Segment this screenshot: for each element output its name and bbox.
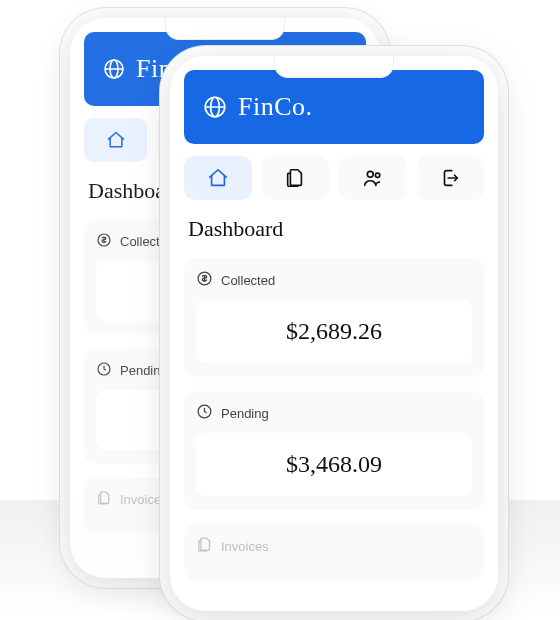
home-icon <box>207 167 229 189</box>
card-collected-value: $2,689.26 <box>196 300 472 363</box>
card-collected-header: Collected <box>196 270 472 290</box>
nav-logout[interactable] <box>417 156 485 200</box>
card-collected-label: Collected <box>221 273 275 288</box>
phone-notch <box>165 18 285 40</box>
money-icon <box>196 270 213 290</box>
card-pending-label: Pending <box>120 363 168 378</box>
logout-icon <box>439 167 461 189</box>
nav-home[interactable] <box>84 118 147 162</box>
svg-point-10 <box>367 171 373 177</box>
clock-icon <box>96 361 112 380</box>
nav-home[interactable] <box>184 156 252 200</box>
users-icon <box>362 167 384 189</box>
card-pending-header: Pending <box>196 403 472 423</box>
nav-documents[interactable] <box>262 156 330 200</box>
card-collected: Collected $2,689.26 <box>184 258 484 377</box>
app-header: FinCo. <box>184 70 484 144</box>
svg-point-11 <box>375 173 379 177</box>
card-pending: Pending $3,468.09 <box>184 391 484 510</box>
nav-bar <box>184 156 484 200</box>
money-icon <box>96 232 112 251</box>
globe-icon <box>202 94 228 120</box>
phone-mockup-front: FinCo. <box>170 56 498 611</box>
card-invoices: Invoices <box>184 524 484 580</box>
globe-icon <box>102 57 126 81</box>
card-invoices-header: Invoices <box>196 536 472 556</box>
page-title: Dashboard <box>188 216 480 242</box>
clock-icon <box>196 403 213 423</box>
screen-front: FinCo. <box>170 56 498 611</box>
brand-name: FinCo. <box>238 92 313 122</box>
card-pending-label: Pending <box>221 406 269 421</box>
card-collected-label: Collected <box>120 234 174 249</box>
home-icon <box>106 130 126 150</box>
card-pending-value: $3,468.09 <box>196 433 472 496</box>
documents-icon <box>284 167 306 189</box>
card-invoices-label: Invoices <box>221 539 269 554</box>
nav-users[interactable] <box>339 156 407 200</box>
invoice-icon <box>96 490 112 509</box>
phone-notch <box>274 56 394 78</box>
invoice-icon <box>196 536 213 556</box>
card-invoices-label: Invoices <box>120 492 168 507</box>
